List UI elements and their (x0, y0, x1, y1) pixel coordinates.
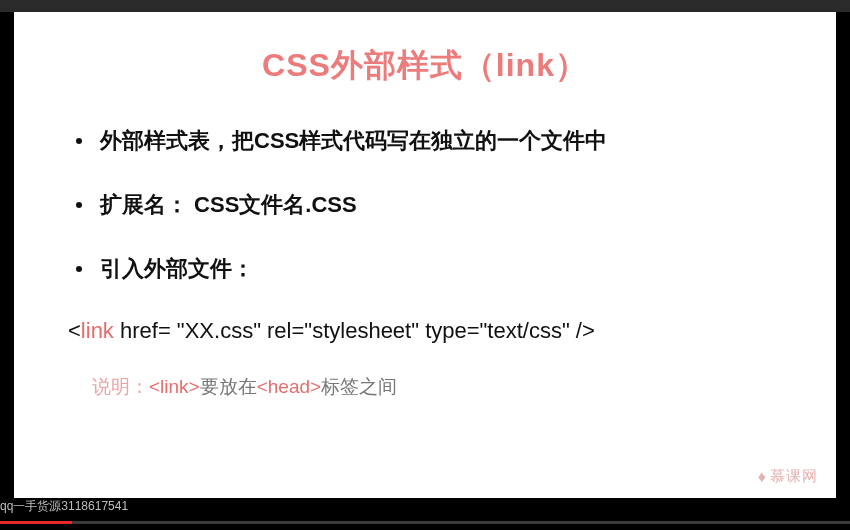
bullet-dot-icon (76, 202, 82, 208)
note-mid: 要放在 (200, 376, 257, 397)
note-line: 说明：<link>要放在<head>标签之间 (92, 374, 786, 400)
slide-title: CSS外部样式（link） (64, 44, 786, 88)
brand-text: 慕课网 (770, 467, 818, 486)
brand-watermark: ♦ 慕课网 (758, 467, 818, 486)
code-bracket: < (68, 318, 81, 343)
bullet-dot-icon (76, 266, 82, 272)
note-suffix: 标签之间 (321, 376, 397, 397)
note-tag2: <head> (257, 376, 321, 397)
bullet-text: 引入外部文件： (100, 254, 254, 284)
code-example: <link href= "XX.css" rel="stylesheet" ty… (68, 318, 786, 344)
bullet-dot-icon (76, 138, 82, 144)
bullet-text: 扩展名： CSS文件名.CSS (100, 190, 357, 220)
flame-icon: ♦ (758, 468, 767, 486)
note-prefix: 说明： (92, 376, 149, 397)
bullet-item: 引入外部文件： (64, 254, 786, 284)
progress-fill (0, 521, 72, 524)
code-keyword: link (81, 318, 114, 343)
progress-track[interactable] (0, 521, 850, 524)
player-bar: qq一手货源3118617541 (0, 498, 850, 530)
bullet-text: 外部样式表，把CSS样式代码写在独立的一个文件中 (100, 126, 607, 156)
bullet-item: 扩展名： CSS文件名.CSS (64, 190, 786, 220)
qq-watermark: qq一手货源3118617541 (0, 498, 128, 515)
code-rest: href= "XX.css" rel="stylesheet" type="te… (114, 318, 595, 343)
slide-content: CSS外部样式（link） 外部样式表，把CSS样式代码写在独立的一个文件中 扩… (14, 12, 836, 498)
top-bar (0, 0, 850, 12)
bullet-item: 外部样式表，把CSS样式代码写在独立的一个文件中 (64, 126, 786, 156)
note-tag1: <link> (149, 376, 200, 397)
